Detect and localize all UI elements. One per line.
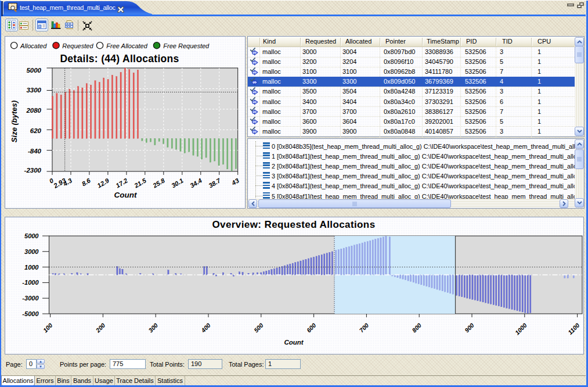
svg-text:2.93: 2.93 [52, 177, 67, 189]
svg-text:Requested: Requested [62, 42, 93, 49]
svg-text:12.9: 12.9 [96, 177, 110, 189]
svg-text:Count: Count [114, 191, 137, 199]
svg-text:Size (bytes): Size (bytes) [10, 101, 19, 142]
svg-text:8.6: 8.6 [81, 177, 92, 187]
svg-text:5000: 5000 [26, 67, 41, 74]
svg-text:1100: 1100 [567, 321, 581, 336]
svg-text:-840: -840 [28, 148, 42, 155]
svg-text:34.4: 34.4 [189, 177, 203, 189]
svg-text:38.7: 38.7 [207, 177, 222, 189]
svg-text:-3000: -3000 [22, 295, 39, 302]
svg-text:Allocated: Allocated [20, 42, 47, 49]
svg-text:-2300: -2300 [24, 167, 42, 174]
svg-text:3300: 3300 [26, 87, 41, 94]
svg-text:2080: 2080 [26, 107, 41, 114]
svg-text:620: 620 [30, 127, 42, 134]
svg-text:30.1: 30.1 [170, 177, 185, 189]
svg-text:5000: 5000 [24, 232, 39, 239]
svg-text:43: 43 [230, 177, 240, 187]
svg-text:1000: 1000 [514, 321, 528, 336]
svg-text:3000: 3000 [24, 248, 39, 255]
svg-text:Overview: Requested Allocation: Overview: Requested Allocations [212, 219, 375, 230]
svg-text:700: 700 [358, 321, 370, 334]
svg-text:25.8: 25.8 [151, 177, 166, 189]
svg-text:200: 200 [94, 321, 107, 334]
svg-text:100: 100 [42, 321, 54, 334]
svg-text:800: 800 [410, 321, 423, 334]
svg-text:Details: (44) Allocations: Details: (44) Allocations [60, 53, 179, 64]
svg-text:17.2: 17.2 [114, 177, 129, 189]
svg-text:Count: Count [284, 339, 304, 346]
svg-text:21.5: 21.5 [132, 177, 147, 189]
svg-text:Free Allocated: Free Allocated [106, 42, 147, 49]
svg-text:600: 600 [305, 321, 318, 334]
svg-text:1000: 1000 [24, 264, 39, 271]
svg-text:500: 500 [252, 321, 265, 334]
svg-text:400: 400 [199, 321, 212, 334]
svg-text:-5000: -5000 [22, 310, 39, 317]
svg-text:Free Requested: Free Requested [163, 42, 210, 49]
svg-text:900: 900 [463, 321, 475, 334]
svg-text:-1000: -1000 [22, 279, 39, 286]
svg-text:300: 300 [147, 321, 159, 334]
